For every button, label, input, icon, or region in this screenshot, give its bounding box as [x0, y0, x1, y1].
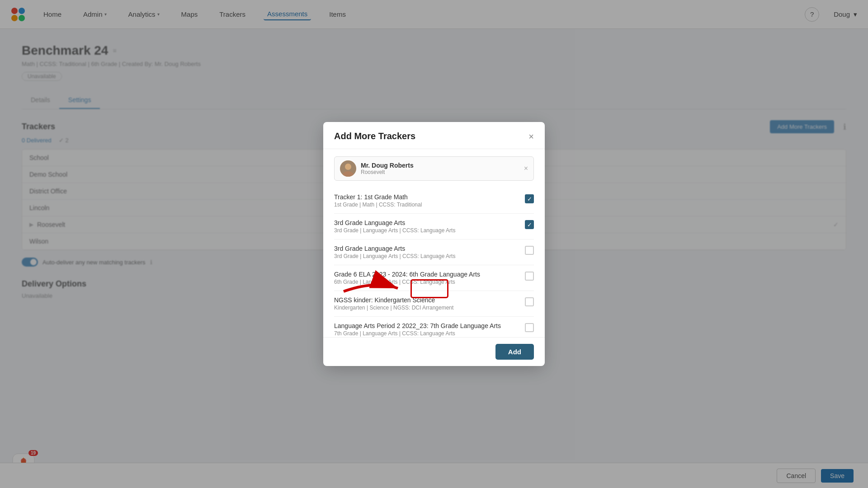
modal-title: Add More Trackers — [334, 131, 415, 141]
tracker-info: 3rd Grade Language Arts3rd Grade | Langu… — [334, 219, 519, 234]
modal-overlay[interactable]: Add More Trackers × Mr. Doug Roberts Roo… — [0, 0, 868, 488]
user-info: Mr. Doug Roberts Roosevelt — [361, 162, 519, 175]
modal-header: Add More Trackers × — [323, 122, 545, 149]
tracker-name: 3rd Grade Language Arts — [334, 219, 519, 226]
tracker-info: NGSS kinder: Kindergarten ScienceKinderg… — [334, 296, 519, 311]
tracker-info: Tracker 1: 1st Grade Math1st Grade | Mat… — [334, 193, 519, 208]
tracker-meta: Kindergarten | Science | NGSS: DCI Arran… — [334, 305, 519, 311]
user-chip-close-button[interactable]: × — [524, 164, 528, 173]
tracker-name: Language Arts Period 2 2022_23: 7th Grad… — [334, 322, 519, 329]
tracker-meta: 6th Grade | Language Arts | CCSS: Langua… — [334, 279, 519, 285]
tracker-info: Language Arts Period 2 2022_23: 7th Grad… — [334, 322, 519, 337]
tracker-meta: 1st Grade | Math | CCSS: Traditional — [334, 202, 519, 208]
tracker-name: Tracker 1: 1st Grade Math — [334, 193, 519, 201]
tracker-checkbox[interactable] — [525, 220, 534, 229]
tracker-checkbox[interactable] — [525, 194, 534, 203]
tracker-name: Grade 6 ELA 2023 - 2024: 6th Grade Langu… — [334, 271, 519, 278]
tracker-checkbox[interactable] — [525, 272, 534, 281]
user-chip: Mr. Doug Roberts Roosevelt × — [334, 156, 534, 181]
tracker-item: Language Arts Period 2 2022_23: 7th Grad… — [334, 317, 534, 337]
tracker-item: Tracker 1: 1st Grade Math1st Grade | Mat… — [334, 188, 534, 214]
tracker-items-list: Tracker 1: 1st Grade Math1st Grade | Mat… — [334, 188, 534, 337]
tracker-item: 3rd Grade Language Arts3rd Grade | Langu… — [334, 239, 534, 265]
tracker-checkbox[interactable] — [525, 297, 534, 306]
tracker-checkbox[interactable] — [525, 323, 534, 332]
avatar — [340, 160, 356, 177]
add-trackers-modal: Add More Trackers × Mr. Doug Roberts Roo… — [323, 122, 545, 366]
tracker-meta: 7th Grade | Language Arts | CCSS: Langua… — [334, 330, 519, 337]
svg-point-5 — [345, 164, 351, 170]
tracker-info: Grade 6 ELA 2023 - 2024: 6th Grade Langu… — [334, 271, 519, 285]
user-name-label: Mr. Doug Roberts — [361, 162, 519, 169]
user-school-label: Roosevelt — [361, 169, 519, 175]
tracker-item: NGSS kinder: Kindergarten ScienceKinderg… — [334, 291, 534, 317]
tracker-item: Grade 6 ELA 2023 - 2024: 6th Grade Langu… — [334, 265, 534, 291]
tracker-meta: 3rd Grade | Language Arts | CCSS: Langua… — [334, 253, 519, 259]
modal-footer: Add — [323, 337, 545, 366]
modal-close-button[interactable]: × — [528, 132, 534, 141]
tracker-name: NGSS kinder: Kindergarten Science — [334, 296, 519, 304]
tracker-item: 3rd Grade Language Arts3rd Grade | Langu… — [334, 214, 534, 239]
tracker-info: 3rd Grade Language Arts3rd Grade | Langu… — [334, 245, 519, 259]
tracker-name: 3rd Grade Language Arts — [334, 245, 519, 252]
modal-body: Mr. Doug Roberts Roosevelt × Tracker 1: … — [323, 149, 545, 337]
tracker-checkbox[interactable] — [525, 246, 534, 255]
tracker-meta: 3rd Grade | Language Arts | CCSS: Langua… — [334, 227, 519, 234]
add-button[interactable]: Add — [495, 344, 534, 360]
